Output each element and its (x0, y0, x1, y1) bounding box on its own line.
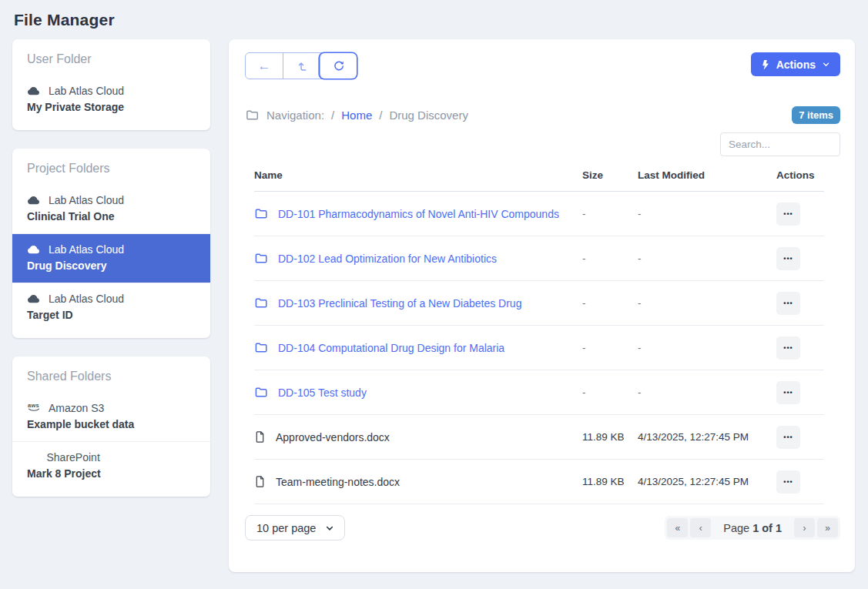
page-title: File Manager (0, 0, 868, 39)
toolbar: ← (229, 52, 855, 79)
provider-label: Lab Atlas Cloud (49, 194, 124, 206)
folder-link[interactable]: DD-102 Lead Optimization for New Antibio… (278, 253, 497, 265)
aws-icon: aws (27, 403, 40, 413)
items-count-badge: 7 items (792, 106, 840, 124)
column-header-name: Name (254, 169, 582, 181)
chevron-down-icon (822, 60, 830, 69)
ellipsis-icon: ••• (783, 389, 793, 397)
pagination: « ‹ Page 1 of 1 › » (665, 516, 840, 540)
up-button[interactable] (283, 53, 320, 79)
row-actions-button[interactable]: ••• (776, 292, 800, 315)
section-heading: User Folder (12, 52, 210, 75)
folder-icon (254, 386, 268, 399)
previous-page-button[interactable]: ‹ (690, 518, 711, 537)
folder-link[interactable]: DD-101 Pharmacodynamics of Novel Anti-HI… (278, 208, 559, 220)
column-header-actions: Actions (776, 169, 824, 181)
folder-link[interactable]: DD-105 Test study (278, 387, 367, 399)
file-name[interactable]: Team-meeting-notes.docx (276, 476, 400, 488)
provider-label: Amazon S3 (49, 402, 104, 414)
provider-label: Lab Atlas Cloud (49, 293, 124, 305)
file-browser-panel: ← (229, 39, 855, 572)
next-page-button[interactable]: › (794, 518, 815, 537)
cloud-icon (27, 244, 40, 256)
actions-button[interactable]: Actions (751, 52, 840, 76)
file-table: Name Size Last Modified Actions DD-101 P… (229, 156, 855, 504)
size-cell: - (582, 253, 638, 264)
section-heading: Project Folders (12, 162, 210, 185)
sidebar: User Folder Lab Atlas Cloud My Private S… (12, 39, 210, 497)
size-cell: - (582, 342, 638, 353)
ellipsis-icon: ••• (783, 478, 793, 486)
table-row: DD-105 Test study - - ••• (254, 370, 824, 415)
search-input[interactable] (720, 132, 840, 156)
first-page-button[interactable]: « (667, 518, 688, 537)
provider-label: Lab Atlas Cloud (49, 85, 124, 97)
section-heading: Shared Folders (12, 370, 210, 393)
modified-cell: - (638, 253, 776, 264)
table-row: Team-meeting-notes.docx 11.89 KB 4/13/20… (254, 460, 824, 504)
table-header-row: Name Size Last Modified Actions (254, 159, 824, 192)
last-page-button[interactable]: » (817, 518, 838, 537)
sharepoint-icon (27, 452, 39, 464)
sidebar-item-mark-8-project[interactable]: SharePoint Mark 8 Project (12, 441, 210, 490)
row-actions-button[interactable]: ••• (776, 202, 800, 226)
table-row: DD-104 Computational Drug Design for Mal… (254, 326, 824, 370)
size-cell: - (582, 387, 638, 398)
column-header-last-modified: Last Modified (638, 169, 776, 181)
sidebar-item-my-private-storage[interactable]: Lab Atlas Cloud My Private Storage (12, 75, 210, 124)
ellipsis-icon: ••• (783, 210, 793, 218)
modified-cell: - (638, 208, 776, 219)
folder-name-label: Drug Discovery (27, 259, 196, 272)
modified-cell: - (638, 342, 776, 353)
table-footer: 10 per page « ‹ Page 1 of 1 › » (229, 504, 855, 540)
chevron-down-icon (325, 524, 334, 533)
size-cell: 11.89 KB (582, 476, 638, 487)
size-cell: - (582, 297, 638, 309)
row-actions-button[interactable]: ••• (776, 381, 800, 404)
breadcrumb-separator: / (331, 109, 334, 122)
per-page-select[interactable]: 10 per page (245, 515, 345, 540)
folder-icon (254, 341, 268, 354)
modified-cell: 4/13/2025, 12:27:45 PM (638, 431, 776, 443)
sidebar-item-example-bucket-data[interactable]: aws Amazon S3 Example bucket data (12, 393, 210, 441)
folder-icon (245, 109, 260, 122)
back-button[interactable]: ← (246, 53, 283, 79)
modified-cell: 4/13/2025, 12:27:45 PM (638, 476, 776, 487)
folder-name-label: Mark 8 Project (27, 467, 196, 480)
folder-icon (254, 252, 268, 265)
refresh-button[interactable] (320, 53, 357, 79)
ellipsis-icon: ••• (783, 300, 793, 307)
sidebar-item-clinical-trial-one[interactable]: Lab Atlas Cloud Clinical Trial One (12, 185, 210, 233)
folder-name-label: Target ID (27, 309, 196, 321)
row-actions-button[interactable]: ••• (776, 426, 800, 449)
breadcrumb-current: Drug Discovery (389, 109, 468, 122)
breadcrumb: Navigation: / Home / Drug Discovery (245, 109, 468, 122)
shared-folders-card: Shared Folders aws Amazon S3 Example buc… (12, 356, 210, 497)
provider-label: SharePoint (47, 451, 100, 464)
user-folder-card: User Folder Lab Atlas Cloud My Private S… (12, 39, 210, 130)
breadcrumb-home-link[interactable]: Home (341, 109, 372, 122)
provider-label: Lab Atlas Cloud (49, 243, 124, 256)
page-indicator: Page 1 of 1 (723, 522, 782, 534)
ellipsis-icon: ••• (783, 344, 793, 352)
sidebar-item-drug-discovery[interactable]: Lab Atlas Cloud Drug Discovery (12, 233, 210, 283)
row-actions-button[interactable]: ••• (776, 247, 800, 270)
file-icon (254, 475, 266, 488)
folder-name-label: Example bucket data (27, 418, 196, 430)
table-row: DD-101 Pharmacodynamics of Novel Anti-HI… (254, 192, 824, 236)
folder-link[interactable]: DD-103 Preclinical Testing of a New Diab… (278, 297, 521, 310)
file-name[interactable]: Approved-vendors.docx (276, 431, 390, 443)
folder-link[interactable]: DD-104 Computational Drug Design for Mal… (278, 342, 504, 354)
row-actions-button[interactable]: ••• (776, 470, 800, 494)
folder-name-label: Clinical Trial One (27, 210, 196, 223)
breadcrumb-label: Navigation: (266, 109, 324, 122)
lightning-icon (761, 59, 770, 70)
actions-button-label: Actions (776, 59, 816, 71)
sidebar-item-target-id[interactable]: Lab Atlas Cloud Target ID (12, 283, 210, 332)
row-actions-button[interactable]: ••• (776, 336, 800, 360)
modified-cell: - (638, 297, 776, 309)
file-icon (254, 430, 266, 443)
size-cell: - (582, 208, 638, 219)
table-row: Approved-vendors.docx 11.89 KB 4/13/2025… (254, 415, 824, 460)
chevron-left-icon: ‹ (699, 523, 702, 534)
